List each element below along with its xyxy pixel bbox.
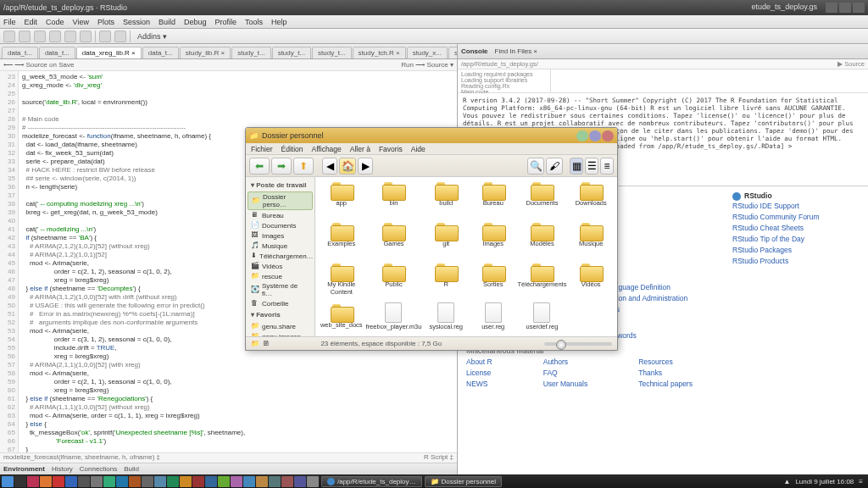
- taskbar-icon[interactable]: [294, 476, 306, 487]
- help-link[interactable]: RStudio Products: [732, 256, 860, 267]
- print-icon[interactable]: [80, 30, 92, 42]
- fm-item[interactable]: app: [319, 180, 364, 219]
- help-link[interactable]: NEWS: [466, 379, 492, 390]
- source-tab[interactable]: study_t...: [272, 47, 311, 58]
- help-link[interactable]: Authors: [543, 357, 587, 368]
- grid-icon[interactable]: [114, 30, 126, 42]
- goto-icon[interactable]: [99, 30, 111, 42]
- fm-item[interactable]: Examples: [319, 221, 364, 260]
- help-link[interactable]: Technical papers: [638, 379, 693, 390]
- taskbar-icon[interactable]: [243, 476, 255, 487]
- nav-home-icon[interactable]: 🏠: [339, 158, 356, 175]
- menu-profile[interactable]: Profile: [215, 18, 237, 26]
- source-tab[interactable]: study_x...: [407, 47, 448, 58]
- tray-icon[interactable]: ≡: [859, 478, 863, 485]
- fm-item[interactable]: Public: [366, 262, 422, 301]
- fm-menu-help[interactable]: Aide: [411, 145, 426, 153]
- fm-item[interactable]: syslocal.reg: [423, 302, 469, 336]
- fm-minimize-icon[interactable]: [576, 130, 588, 141]
- source-tab[interactable]: study_t...: [312, 47, 351, 58]
- taskbar-app-filemanager[interactable]: 📁Dossier personnel: [425, 476, 502, 487]
- help-link[interactable]: RStudio Packages: [732, 245, 860, 256]
- taskbar-icon[interactable]: [256, 476, 268, 487]
- taskbar-icon[interactable]: [192, 476, 204, 487]
- minimize-icon[interactable]: [826, 3, 837, 13]
- menu-view[interactable]: View: [73, 18, 89, 26]
- fm-item[interactable]: userdef.reg: [518, 302, 567, 336]
- source-tab[interactable]: data_t...: [39, 47, 75, 58]
- source-tab[interactable]: data_xreg_lib.R ×: [76, 47, 142, 58]
- taskbar-icon[interactable]: [103, 476, 115, 487]
- help-link[interactable]: RStudio Tip of the Day: [732, 234, 860, 245]
- help-link[interactable]: User Manuals: [543, 379, 587, 390]
- view-icons-icon[interactable]: ▦: [570, 158, 583, 175]
- taskbar-icon[interactable]: [205, 476, 217, 487]
- menu-build[interactable]: Build: [159, 18, 175, 26]
- menu-edit[interactable]: Edit: [25, 18, 38, 26]
- menu-file[interactable]: File: [3, 18, 16, 26]
- nav-next-icon[interactable]: ▶: [358, 158, 373, 175]
- help-link[interactable]: RStudio Cheat Sheets: [732, 223, 860, 234]
- maximize-icon[interactable]: [839, 3, 851, 13]
- fm-menu-goto[interactable]: Aller à: [350, 145, 370, 153]
- tab-console[interactable]: Console: [461, 47, 488, 55]
- menu-tools[interactable]: Tools: [245, 18, 263, 26]
- source-tab[interactable]: study_t...: [231, 47, 270, 58]
- source-tab[interactable]: study_lib.R ×: [180, 47, 231, 58]
- menu-code[interactable]: Code: [46, 18, 64, 26]
- taskbar-icon[interactable]: [27, 476, 39, 487]
- taskbar-icon[interactable]: [180, 476, 192, 487]
- taskbar-icon[interactable]: [129, 476, 141, 487]
- nav-forward-icon[interactable]: ➡: [271, 158, 292, 175]
- view-compact-icon[interactable]: ≡: [600, 158, 614, 175]
- help-link[interactable]: License: [466, 368, 492, 379]
- view-list-icon[interactable]: ☰: [585, 158, 598, 175]
- fm-item[interactable]: Bureau: [470, 180, 516, 219]
- save-all-icon[interactable]: [64, 30, 76, 42]
- menu-session[interactable]: Session: [123, 18, 150, 26]
- console-source-btn[interactable]: ▶ Source: [837, 60, 865, 68]
- new-file-icon[interactable]: [3, 30, 15, 42]
- fm-side-images[interactable]: 🖼Images: [248, 230, 313, 241]
- fm-item[interactable]: bin: [366, 180, 422, 219]
- fm-content-grid[interactable]: appbinbuildBureauDocumentsDownloadsExamp…: [315, 177, 617, 336]
- fm-search-icon[interactable]: 🔍: [527, 158, 544, 175]
- fm-status-icon-r[interactable]: 🖹: [263, 340, 270, 347]
- help-link[interactable]: RStudio Community Forum: [732, 212, 860, 223]
- taskbar-icon[interactable]: [281, 476, 293, 487]
- menu-plots[interactable]: Plots: [97, 18, 114, 26]
- fm-item[interactable]: Documents: [518, 180, 567, 219]
- fm-item[interactable]: Modèles: [518, 221, 567, 260]
- fm-item[interactable]: web_site_docs: [319, 302, 364, 336]
- help-link[interactable]: RStudio IDE Support: [732, 201, 860, 212]
- fm-side-filesystem[interactable]: 💽Système de fi…: [248, 281, 313, 298]
- nav-back-icon[interactable]: ⬅: [249, 158, 270, 175]
- fm-item[interactable]: Téléchargements: [518, 262, 567, 301]
- taskbar-icon[interactable]: [307, 476, 319, 487]
- tab-environment[interactable]: Environment: [3, 465, 45, 473]
- fm-titlebar[interactable]: 📁 Dossier personnel: [246, 128, 617, 143]
- taskbar-icon[interactable]: [167, 476, 179, 487]
- fm-maximize-icon[interactable]: [589, 130, 601, 141]
- fm-status-icon-l[interactable]: 📁: [251, 340, 259, 347]
- fm-side-desktop[interactable]: 🖥Bureau: [248, 210, 313, 220]
- close-icon[interactable]: [853, 3, 865, 13]
- fm-item[interactable]: Images: [470, 221, 516, 260]
- help-link[interactable]: Thanks: [638, 368, 693, 379]
- fm-item[interactable]: Downloads: [568, 180, 614, 219]
- tab-build[interactable]: Build: [124, 465, 139, 473]
- nav-prev-icon[interactable]: ◀: [322, 158, 337, 175]
- tab-connections[interactable]: Connections: [80, 465, 117, 473]
- taskbar-icon[interactable]: [218, 476, 230, 487]
- fm-side-trash[interactable]: 🗑Corbeille: [248, 298, 313, 308]
- tray-icon[interactable]: ▲: [783, 478, 790, 485]
- fm-close-icon[interactable]: [602, 130, 614, 141]
- source-tab[interactable]: study_tch.R ×: [353, 47, 406, 58]
- taskbar-icon[interactable]: [142, 476, 153, 487]
- source-tab[interactable]: study_xmd.log ·: [448, 47, 457, 58]
- source-toolbar-right[interactable]: Run ⟶ Source ▾: [401, 61, 453, 69]
- fm-fav-item[interactable]: 📁genu.share: [248, 321, 313, 331]
- taskbar-icon[interactable]: [40, 476, 52, 487]
- source-tab[interactable]: data_t...: [142, 47, 179, 58]
- fm-item[interactable]: git: [423, 221, 469, 260]
